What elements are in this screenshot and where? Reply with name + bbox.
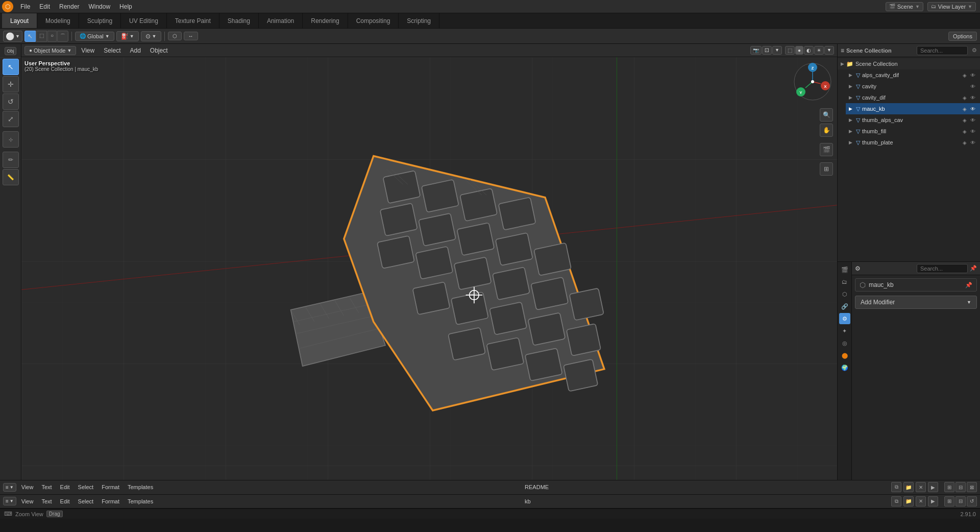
viewport-display-icon[interactable]: ⚀: [762, 46, 772, 55]
menu-edit[interactable]: Edit: [35, 2, 54, 11]
tab-modeling[interactable]: Modeling: [37, 13, 79, 28]
bottom-select-1[interactable]: Select: [75, 483, 97, 491]
item-visibility[interactable]: 👁: [969, 105, 977, 113]
transform-space-dropdown[interactable]: 🌐 Global ▼: [75, 32, 114, 41]
viewport-shading-dropdown[interactable]: ▼: [772, 46, 782, 55]
item-visibility[interactable]: 👁: [969, 116, 977, 124]
nav-gizmo[interactable]: Z X Y: [792, 61, 833, 102]
tab-rendering[interactable]: Rendering: [303, 13, 348, 28]
bottom-list-view-2[interactable]: ⊞: [944, 496, 954, 506]
properties-editor-icon[interactable]: ⚙: [855, 265, 861, 272]
tab-compositing[interactable]: Compositing: [348, 13, 399, 28]
annotate-btn[interactable]: ✏: [3, 152, 19, 168]
show-gizmo[interactable]: ↔: [184, 32, 198, 40]
select-cursor-btn[interactable]: ↖: [3, 59, 19, 75]
item-visibility[interactable]: 👁: [969, 71, 977, 79]
viewport-area[interactable]: User Perspective (20) Scene Collection |…: [21, 57, 837, 480]
tab-animation[interactable]: Animation: [259, 13, 303, 28]
header-select[interactable]: Select: [100, 46, 125, 55]
tab-texture-paint[interactable]: Texture Paint: [167, 13, 219, 28]
tab-shading[interactable]: Shading: [219, 13, 259, 28]
options-btn[interactable]: Options: [948, 32, 977, 41]
cursor-tool[interactable]: ↖: [24, 31, 36, 42]
material-mode[interactable]: ◐: [804, 46, 814, 55]
viewport-edge-handle[interactable]: [835, 57, 837, 480]
bottom-edit-1[interactable]: Edit: [57, 483, 73, 491]
header-add[interactable]: Add: [126, 46, 145, 55]
bottom-format-2[interactable]: Format: [99, 497, 122, 505]
viewport-camera-icon[interactable]: 📷: [750, 46, 762, 55]
bottom-close-btn-2[interactable]: ✕: [916, 496, 926, 506]
pin-object-icon[interactable]: 📌: [965, 282, 972, 288]
bottom-folder-btn-2[interactable]: 📁: [903, 496, 914, 506]
tab-sculpting[interactable]: Sculpting: [79, 13, 121, 28]
prop-world-icon[interactable]: 🌍: [839, 362, 850, 373]
pan-btn[interactable]: ✋: [820, 124, 833, 137]
menu-render[interactable]: Render: [55, 2, 83, 11]
prop-particles-icon[interactable]: ✦: [839, 325, 850, 336]
outliner-item-thumb-fill[interactable]: ▶ ▽ thumb_fill ◈ 👁: [846, 126, 980, 137]
bottom-editor-type-2[interactable]: ≡▼: [3, 497, 16, 505]
tab-layout[interactable]: Layout: [2, 13, 37, 28]
bottom-format-1[interactable]: Format: [99, 483, 122, 491]
bottom-templates-2[interactable]: Templates: [125, 497, 156, 505]
bottom-sort-1[interactable]: ⊠: [967, 482, 977, 492]
bottom-edit-2[interactable]: Edit: [57, 497, 73, 505]
menu-window[interactable]: Window: [84, 2, 114, 11]
solid-mode[interactable]: ●: [795, 46, 803, 55]
show-overlay[interactable]: ⬡: [168, 32, 182, 40]
bottom-templates-1[interactable]: Templates: [125, 483, 156, 491]
properties-search-input[interactable]: [917, 264, 968, 273]
transform-btn[interactable]: ⊹: [3, 131, 19, 148]
view-layer-selector[interactable]: 🗂 View Layer ▼: [927, 2, 976, 11]
item-visibility[interactable]: 👁: [969, 138, 977, 147]
outliner-item-alps-cavity-dif[interactable]: ▶ ▽ alps_cavity_dif ◈ 👁: [846, 69, 980, 81]
outliner-item-thumb-alps-cav[interactable]: ▶ ▽ thumb_alps_cav ◈ 👁: [846, 114, 980, 126]
header-object[interactable]: Object: [146, 46, 172, 55]
menu-file[interactable]: File: [16, 2, 34, 11]
select-lasso-tool[interactable]: ⌒: [57, 31, 68, 42]
bottom-close-btn-1[interactable]: ✕: [916, 482, 926, 492]
outliner-item-cavity[interactable]: ▶ ▽ cavity 👁: [846, 81, 980, 92]
zoom-in-btn[interactable]: 🔍: [820, 108, 833, 122]
bottom-view-2[interactable]: View: [18, 497, 37, 505]
tab-uv-editing[interactable]: UV Editing: [121, 13, 167, 28]
item-visibility[interactable]: 👁: [969, 82, 977, 90]
bottom-grid-view-2[interactable]: ⊟: [955, 496, 966, 506]
scene-selector[interactable]: 🎬 Scene ▼: [886, 2, 923, 11]
move-btn[interactable]: ✛: [3, 76, 19, 92]
prop-material-icon[interactable]: ⬤: [839, 350, 850, 361]
header-view[interactable]: View: [77, 46, 99, 55]
rendered-mode[interactable]: ☀: [814, 46, 824, 55]
menu-help[interactable]: Help: [115, 2, 136, 11]
prop-constraint-icon[interactable]: 🔗: [839, 301, 850, 312]
bottom-copy-btn-1[interactable]: ⧉: [891, 482, 901, 492]
bottom-text-2[interactable]: Text: [38, 497, 55, 505]
measure-btn[interactable]: 📏: [3, 169, 19, 185]
scale-btn[interactable]: ⤢: [3, 111, 19, 127]
editor-type-btn[interactable]: ⚪ ▼: [3, 31, 22, 42]
bottom-play-btn-1[interactable]: ▶: [928, 482, 938, 492]
orbit-btn[interactable]: 🎬: [820, 143, 833, 156]
tab-scripting[interactable]: Scripting: [399, 13, 439, 28]
prop-modifier-icon[interactable]: ⚙: [839, 313, 850, 324]
object-mode-dropdown[interactable]: Obj: [5, 47, 16, 55]
prop-physics-icon[interactable]: ◎: [839, 337, 850, 349]
prop-object-icon[interactable]: ⬡: [839, 288, 850, 300]
scene-collection-header[interactable]: ▶ 📁 Scene Collection: [838, 58, 980, 69]
add-modifier-btn[interactable]: Add Modifier ▼: [855, 296, 977, 309]
bottom-play-btn-2[interactable]: ▶: [928, 496, 938, 506]
bottom-grid-view-1[interactable]: ⊟: [955, 482, 966, 492]
prop-view-layer-icon[interactable]: 🗂: [839, 276, 850, 287]
bottom-sort-2[interactable]: ↺: [967, 496, 977, 506]
rotate-btn[interactable]: ↺: [3, 93, 19, 110]
properties-pin-icon[interactable]: 📌: [970, 265, 977, 272]
bottom-select-2[interactable]: Select: [75, 497, 97, 505]
outliner-item-mauc-kb[interactable]: ▶ ▽ mauc_kb ◈ 👁: [846, 103, 980, 114]
item-visibility[interactable]: 👁: [969, 93, 977, 102]
bottom-copy-btn-2[interactable]: ⧉: [891, 496, 901, 506]
outliner-item-thumb-plate[interactable]: ▶ ▽ thumb_plate ◈ 👁: [846, 137, 980, 148]
bottom-view-1[interactable]: View: [18, 483, 37, 491]
shading-dropdown2[interactable]: ▼: [824, 46, 834, 55]
camera-btn[interactable]: ⊞: [820, 162, 833, 176]
